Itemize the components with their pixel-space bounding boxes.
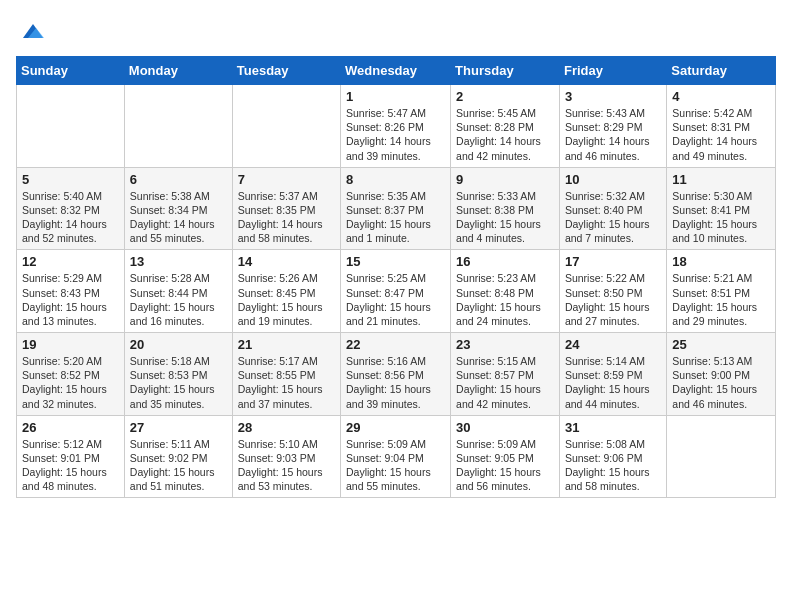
calendar-cell: 16 Sunrise: 5:23 AMSunset: 8:48 PMDaylig… <box>451 250 560 333</box>
day-number: 1 <box>346 89 445 104</box>
cell-info: Sunrise: 5:20 AMSunset: 8:52 PMDaylight:… <box>22 355 107 410</box>
cell-info: Sunrise: 5:35 AMSunset: 8:37 PMDaylight:… <box>346 190 431 245</box>
calendar-cell: 4 Sunrise: 5:42 AMSunset: 8:31 PMDayligh… <box>667 85 776 168</box>
calendar-header-row: SundayMondayTuesdayWednesdayThursdayFrid… <box>17 57 776 85</box>
cell-info: Sunrise: 5:09 AMSunset: 9:05 PMDaylight:… <box>456 438 541 493</box>
calendar-cell <box>124 85 232 168</box>
cell-info: Sunrise: 5:29 AMSunset: 8:43 PMDaylight:… <box>22 272 107 327</box>
calendar-cell: 26 Sunrise: 5:12 AMSunset: 9:01 PMDaylig… <box>17 415 125 498</box>
day-number: 14 <box>238 254 335 269</box>
calendar-cell: 5 Sunrise: 5:40 AMSunset: 8:32 PMDayligh… <box>17 167 125 250</box>
header-friday: Friday <box>559 57 666 85</box>
day-number: 26 <box>22 420 119 435</box>
week-row-4: 26 Sunrise: 5:12 AMSunset: 9:01 PMDaylig… <box>17 415 776 498</box>
cell-info: Sunrise: 5:11 AMSunset: 9:02 PMDaylight:… <box>130 438 215 493</box>
cell-info: Sunrise: 5:30 AMSunset: 8:41 PMDaylight:… <box>672 190 757 245</box>
calendar-cell: 17 Sunrise: 5:22 AMSunset: 8:50 PMDaylig… <box>559 250 666 333</box>
calendar-cell: 10 Sunrise: 5:32 AMSunset: 8:40 PMDaylig… <box>559 167 666 250</box>
week-row-3: 19 Sunrise: 5:20 AMSunset: 8:52 PMDaylig… <box>17 333 776 416</box>
cell-info: Sunrise: 5:09 AMSunset: 9:04 PMDaylight:… <box>346 438 431 493</box>
day-number: 15 <box>346 254 445 269</box>
cell-info: Sunrise: 5:13 AMSunset: 9:00 PMDaylight:… <box>672 355 757 410</box>
calendar-cell: 9 Sunrise: 5:33 AMSunset: 8:38 PMDayligh… <box>451 167 560 250</box>
calendar-cell: 24 Sunrise: 5:14 AMSunset: 8:59 PMDaylig… <box>559 333 666 416</box>
day-number: 18 <box>672 254 770 269</box>
day-number: 6 <box>130 172 227 187</box>
day-number: 25 <box>672 337 770 352</box>
calendar-cell: 1 Sunrise: 5:47 AMSunset: 8:26 PMDayligh… <box>341 85 451 168</box>
cell-info: Sunrise: 5:14 AMSunset: 8:59 PMDaylight:… <box>565 355 650 410</box>
cell-info: Sunrise: 5:16 AMSunset: 8:56 PMDaylight:… <box>346 355 431 410</box>
cell-info: Sunrise: 5:22 AMSunset: 8:50 PMDaylight:… <box>565 272 650 327</box>
calendar-cell: 22 Sunrise: 5:16 AMSunset: 8:56 PMDaylig… <box>341 333 451 416</box>
day-number: 12 <box>22 254 119 269</box>
calendar-cell: 3 Sunrise: 5:43 AMSunset: 8:29 PMDayligh… <box>559 85 666 168</box>
day-number: 3 <box>565 89 661 104</box>
calendar-cell: 2 Sunrise: 5:45 AMSunset: 8:28 PMDayligh… <box>451 85 560 168</box>
day-number: 17 <box>565 254 661 269</box>
calendar-cell: 19 Sunrise: 5:20 AMSunset: 8:52 PMDaylig… <box>17 333 125 416</box>
day-number: 28 <box>238 420 335 435</box>
day-number: 27 <box>130 420 227 435</box>
cell-info: Sunrise: 5:10 AMSunset: 9:03 PMDaylight:… <box>238 438 323 493</box>
logo <box>16 16 48 46</box>
day-number: 19 <box>22 337 119 352</box>
calendar-cell: 13 Sunrise: 5:28 AMSunset: 8:44 PMDaylig… <box>124 250 232 333</box>
calendar-cell: 18 Sunrise: 5:21 AMSunset: 8:51 PMDaylig… <box>667 250 776 333</box>
header-sunday: Sunday <box>17 57 125 85</box>
cell-info: Sunrise: 5:43 AMSunset: 8:29 PMDaylight:… <box>565 107 650 162</box>
calendar-cell <box>667 415 776 498</box>
day-number: 10 <box>565 172 661 187</box>
day-number: 16 <box>456 254 554 269</box>
header-saturday: Saturday <box>667 57 776 85</box>
calendar-cell: 21 Sunrise: 5:17 AMSunset: 8:55 PMDaylig… <box>232 333 340 416</box>
calendar-cell: 8 Sunrise: 5:35 AMSunset: 8:37 PMDayligh… <box>341 167 451 250</box>
cell-info: Sunrise: 5:28 AMSunset: 8:44 PMDaylight:… <box>130 272 215 327</box>
cell-info: Sunrise: 5:21 AMSunset: 8:51 PMDaylight:… <box>672 272 757 327</box>
calendar-cell: 23 Sunrise: 5:15 AMSunset: 8:57 PMDaylig… <box>451 333 560 416</box>
calendar-cell: 25 Sunrise: 5:13 AMSunset: 9:00 PMDaylig… <box>667 333 776 416</box>
day-number: 31 <box>565 420 661 435</box>
day-number: 21 <box>238 337 335 352</box>
cell-info: Sunrise: 5:38 AMSunset: 8:34 PMDaylight:… <box>130 190 215 245</box>
cell-info: Sunrise: 5:18 AMSunset: 8:53 PMDaylight:… <box>130 355 215 410</box>
cell-info: Sunrise: 5:17 AMSunset: 8:55 PMDaylight:… <box>238 355 323 410</box>
cell-info: Sunrise: 5:15 AMSunset: 8:57 PMDaylight:… <box>456 355 541 410</box>
cell-info: Sunrise: 5:47 AMSunset: 8:26 PMDaylight:… <box>346 107 431 162</box>
cell-info: Sunrise: 5:08 AMSunset: 9:06 PMDaylight:… <box>565 438 650 493</box>
cell-info: Sunrise: 5:25 AMSunset: 8:47 PMDaylight:… <box>346 272 431 327</box>
cell-info: Sunrise: 5:45 AMSunset: 8:28 PMDaylight:… <box>456 107 541 162</box>
header-tuesday: Tuesday <box>232 57 340 85</box>
calendar-cell: 15 Sunrise: 5:25 AMSunset: 8:47 PMDaylig… <box>341 250 451 333</box>
day-number: 7 <box>238 172 335 187</box>
cell-info: Sunrise: 5:26 AMSunset: 8:45 PMDaylight:… <box>238 272 323 327</box>
day-number: 20 <box>130 337 227 352</box>
calendar-cell: 14 Sunrise: 5:26 AMSunset: 8:45 PMDaylig… <box>232 250 340 333</box>
header-thursday: Thursday <box>451 57 560 85</box>
day-number: 8 <box>346 172 445 187</box>
day-number: 9 <box>456 172 554 187</box>
cell-info: Sunrise: 5:32 AMSunset: 8:40 PMDaylight:… <box>565 190 650 245</box>
day-number: 11 <box>672 172 770 187</box>
calendar-cell: 27 Sunrise: 5:11 AMSunset: 9:02 PMDaylig… <box>124 415 232 498</box>
calendar-cell: 29 Sunrise: 5:09 AMSunset: 9:04 PMDaylig… <box>341 415 451 498</box>
calendar-cell <box>17 85 125 168</box>
cell-info: Sunrise: 5:42 AMSunset: 8:31 PMDaylight:… <box>672 107 757 162</box>
day-number: 4 <box>672 89 770 104</box>
header-wednesday: Wednesday <box>341 57 451 85</box>
calendar-cell: 30 Sunrise: 5:09 AMSunset: 9:05 PMDaylig… <box>451 415 560 498</box>
cell-info: Sunrise: 5:37 AMSunset: 8:35 PMDaylight:… <box>238 190 323 245</box>
day-number: 30 <box>456 420 554 435</box>
cell-info: Sunrise: 5:12 AMSunset: 9:01 PMDaylight:… <box>22 438 107 493</box>
cell-info: Sunrise: 5:23 AMSunset: 8:48 PMDaylight:… <box>456 272 541 327</box>
calendar-cell: 28 Sunrise: 5:10 AMSunset: 9:03 PMDaylig… <box>232 415 340 498</box>
calendar-cell: 20 Sunrise: 5:18 AMSunset: 8:53 PMDaylig… <box>124 333 232 416</box>
header-monday: Monday <box>124 57 232 85</box>
calendar-cell <box>232 85 340 168</box>
calendar-cell: 7 Sunrise: 5:37 AMSunset: 8:35 PMDayligh… <box>232 167 340 250</box>
week-row-1: 5 Sunrise: 5:40 AMSunset: 8:32 PMDayligh… <box>17 167 776 250</box>
day-number: 5 <box>22 172 119 187</box>
day-number: 22 <box>346 337 445 352</box>
day-number: 23 <box>456 337 554 352</box>
week-row-2: 12 Sunrise: 5:29 AMSunset: 8:43 PMDaylig… <box>17 250 776 333</box>
